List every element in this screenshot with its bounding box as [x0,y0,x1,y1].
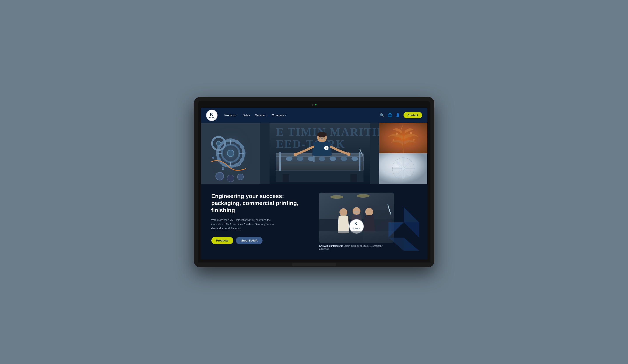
content-left: Engineering your success: packaging, com… [211,193,309,251]
user-icon[interactable]: 👤 [396,113,400,117]
svg-marker-97 [404,222,419,238]
svg-point-58 [410,132,412,134]
hero-right-panel [379,123,427,184]
laptop-frame: K KAMA Products ▾ Sales Service [194,97,434,267]
cta-buttons: Products about KAMA [211,237,309,244]
team-photo: K KAMA [319,193,394,243]
svg-text:E  TIMIN  MARITIM: E TIMIN MARITIM [276,126,379,138]
svg-point-38 [330,157,336,161]
nav-icons: 🔍 🌐 👤 Contact [380,112,422,118]
svg-point-86 [353,207,360,215]
content-section: Engineering your success: packaging, com… [201,184,427,259]
hero-section: E TIMIN MARITIM EED-TO RK [201,123,427,184]
svg-marker-95 [404,207,419,222]
logo-text-kama: KAMA [209,117,214,118]
svg-point-69 [401,158,405,167]
svg-point-39 [341,157,347,161]
products-button[interactable]: Products [211,237,233,244]
svg-marker-99 [404,238,419,251]
contact-button[interactable]: Contact [403,112,422,118]
svg-point-59 [392,139,394,141]
about-kama-button[interactable]: about KAMA [236,237,262,244]
svg-point-45 [317,132,327,137]
svg-point-18 [216,141,221,146]
hero-center-panel: E TIMIN MARITIM EED-TO RK [260,123,379,184]
svg-text:K: K [326,147,327,149]
decorative-triangles [389,207,419,251]
svg-point-83 [357,194,370,198]
svg-point-27 [227,175,234,182]
svg-point-37 [319,157,325,161]
caption-bold: KAMA Bildunterschrift. [319,245,343,247]
nav-item-service[interactable]: Service ▾ [255,114,266,117]
camera-area [201,104,427,106]
nav-item-company[interactable]: Company ▾ [272,114,286,117]
laptop-base [198,262,430,267]
svg-point-57 [396,132,398,135]
camera-dot [312,104,314,106]
svg-point-77 [401,167,405,170]
content-right: K KAMA KAMA Bildunterschrift. Lorem ipsu… [319,193,417,251]
laptop-stand [292,263,336,266]
svg-point-90 [365,208,373,216]
svg-point-40 [351,157,358,161]
svg-point-4 [227,150,234,157]
camera-led [315,104,316,106]
content-heading: Engineering your success: packaging, com… [211,193,309,214]
svg-point-60 [413,139,415,141]
content-description: With more than 750 installations in 80 c… [211,218,281,231]
svg-point-26 [216,172,224,180]
svg-point-73 [401,170,405,179]
chevron-down-icon: ▾ [285,114,286,116]
svg-text:K: K [354,221,357,226]
kama-logo[interactable]: K KAMA [206,110,218,121]
photo-caption: KAMA Bildunterschrift. Lorem ipsum dolor… [319,244,394,251]
chevron-down-icon: ▾ [266,114,267,116]
svg-marker-96 [389,222,404,238]
svg-point-51 [294,153,297,156]
language-icon[interactable]: 🌐 [388,113,392,117]
svg-rect-55 [350,174,357,182]
logo-letter-k: K [210,112,214,117]
svg-point-35 [297,157,303,161]
svg-point-28 [237,174,243,180]
svg-point-71 [405,167,414,170]
svg-text:KAMA: KAMA [353,228,360,230]
chevron-down-icon: ▾ [236,114,237,116]
browser-screen: K KAMA Products ▾ Sales Service [201,108,427,259]
svg-point-52 [347,152,350,156]
svg-point-24 [222,168,224,170]
svg-marker-98 [389,238,404,251]
navbar: K KAMA Products ▾ Sales Service [201,108,427,123]
hero-left-panel [201,123,260,184]
svg-rect-54 [283,174,289,182]
svg-point-23 [238,163,241,166]
nav-item-sales[interactable]: Sales [243,114,250,117]
svg-rect-85 [340,215,346,216]
nav-links: Products ▾ Sales Service ▾ Company ▾ [225,114,373,117]
svg-point-82 [330,195,343,199]
svg-point-34 [286,157,293,161]
nav-item-products[interactable]: Products ▾ [225,114,237,117]
hero-right-bottom-image [379,153,427,184]
svg-point-25 [212,157,214,159]
search-icon[interactable]: 🔍 [380,113,384,117]
svg-point-75 [393,167,401,170]
svg-rect-94 [319,231,394,243]
svg-point-84 [339,208,347,216]
hero-right-top-image [379,123,427,153]
